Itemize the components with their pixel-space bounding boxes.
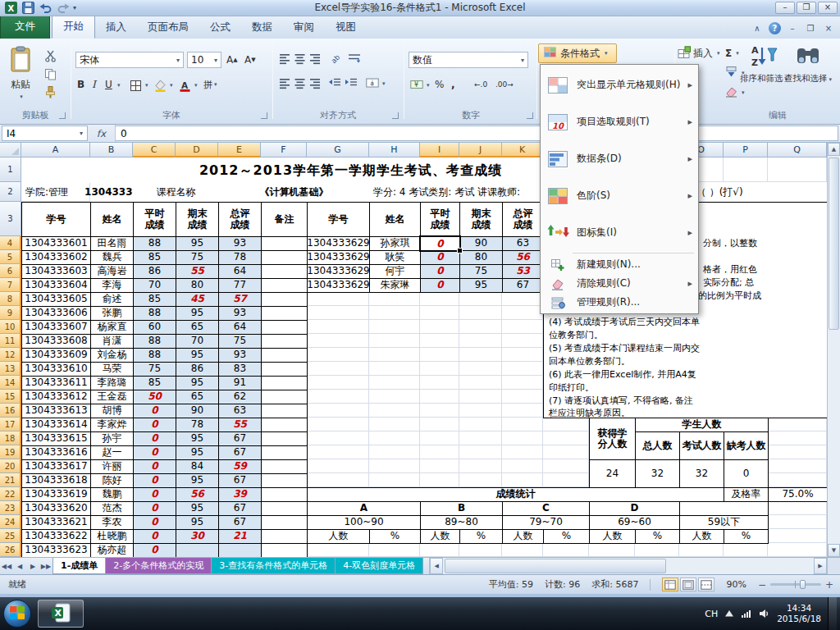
stats-value-0[interactable]: 24 — [589, 459, 636, 488]
close-button[interactable]: × — [818, 2, 838, 14]
orientation-icon[interactable]: ab — [328, 49, 341, 66]
cell-c5[interactable]: 85 — [133, 250, 176, 265]
workbook-restore-icon[interactable]: ❐ — [804, 24, 817, 33]
font-size-select[interactable]: 10▾ — [187, 52, 221, 68]
column-header-h[interactable]: H — [369, 143, 420, 158]
cell-d7[interactable]: 80 — [176, 278, 219, 293]
row-header-13[interactable]: 13 — [0, 362, 21, 376]
row-header-10[interactable]: 10 — [0, 320, 21, 334]
cell-b13[interactable]: 马荣 — [90, 362, 134, 377]
cell-a10[interactable]: 1304333607 — [21, 320, 91, 335]
pass-rate-value[interactable]: 75.0% — [768, 487, 828, 502]
font-name-select[interactable]: 宋体▾ — [75, 52, 184, 68]
increase-decimal-icon[interactable]: ←.0 — [474, 76, 487, 93]
grade-countpct-i[interactable]: 人数 — [420, 529, 460, 544]
find-select-button[interactable]: 查找和选择▾ — [786, 43, 830, 110]
scroll-up-icon[interactable]: ▲ — [828, 143, 840, 156]
cell-a4[interactable]: 1304333601 — [21, 236, 91, 251]
scroll-left-icon[interactable]: ◀ — [430, 558, 443, 574]
conditional-formatting-button[interactable]: 条件格式 ▾ — [538, 43, 617, 63]
cell-d15[interactable]: 65 — [176, 390, 219, 404]
cell-a6[interactable]: 1304333603 — [21, 264, 91, 279]
cell-d13[interactable]: 86 — [176, 362, 219, 377]
table2-header-i[interactable]: 平时 成绩 — [420, 202, 460, 237]
menu-item-icon-sets[interactable]: 图标集(I)▸ — [541, 214, 697, 251]
table1-header-d[interactable]: 期末 成绩 — [176, 202, 219, 237]
cell-b20[interactable]: 许丽 — [90, 459, 134, 474]
zoom-out-icon[interactable]: − — [758, 579, 766, 591]
stats-value-3[interactable]: 0 — [724, 459, 769, 488]
ribbon-tab-review[interactable]: 审阅 — [283, 16, 325, 39]
active-cell-i4[interactable]: 0 — [419, 235, 461, 252]
cell-f9[interactable] — [261, 306, 308, 321]
cell-a17[interactable]: 1304333614 — [21, 418, 91, 432]
grade-header-4[interactable] — [679, 501, 769, 516]
wrap-text-icon[interactable] — [348, 50, 361, 66]
cell-f21[interactable] — [261, 473, 308, 488]
cell-b16[interactable]: 胡博 — [90, 404, 134, 418]
row-header-3[interactable]: 3 — [0, 202, 21, 236]
grade-countpct-g[interactable]: 人数 — [307, 529, 370, 544]
show-desktop-button[interactable] — [828, 597, 837, 630]
row-header-25[interactable]: 25 — [0, 529, 21, 543]
cell-d18[interactable]: 95 — [176, 431, 219, 446]
row-header-19[interactable]: 19 — [0, 445, 21, 459]
cell-c19[interactable]: 0 — [133, 445, 176, 460]
cell-c10[interactable]: 60 — [133, 320, 176, 335]
column-header-d[interactable]: D — [176, 143, 218, 158]
cell-e9[interactable]: 93 — [218, 306, 262, 321]
cell-f26[interactable] — [261, 543, 308, 558]
column-header-f[interactable]: F — [261, 143, 307, 158]
cell-e2[interactable]: 《计算机基础》 — [218, 182, 370, 203]
align-center-icon[interactable] — [294, 75, 306, 91]
cell-e8[interactable]: 57 — [218, 292, 262, 307]
network-icon[interactable] — [741, 609, 752, 619]
cell-b6[interactable]: 高海岩 — [90, 264, 134, 279]
underline-icon[interactable]: U — [105, 76, 112, 93]
row-header-4[interactable]: 4 — [0, 236, 21, 250]
cell-a13[interactable]: 1304333610 — [21, 362, 91, 377]
bottom-align-icon[interactable] — [308, 50, 321, 66]
cell-a26[interactable]: 1304333623 — [21, 543, 91, 558]
row-header-15[interactable]: 15 — [0, 390, 21, 404]
cell-d17[interactable]: 78 — [176, 418, 219, 432]
cell-i6[interactable]: 0 — [420, 264, 460, 279]
row-header-17[interactable]: 17 — [0, 418, 21, 431]
number-dialog-launcher[interactable] — [527, 112, 533, 119]
table2-header-j[interactable]: 期末 成绩 — [459, 202, 503, 237]
cell-f25[interactable] — [261, 529, 308, 544]
ribbon-tab-view[interactable]: 视图 — [325, 16, 367, 39]
cell-f8[interactable] — [261, 292, 308, 307]
grade-header-0[interactable]: A — [307, 501, 421, 516]
ribbon-tab-insert[interactable]: 插入 — [95, 16, 137, 39]
ribbon-tab-file[interactable]: 文件 — [0, 15, 50, 39]
phonetic-guide-icon[interactable]: 拼▾ — [203, 76, 217, 93]
cell-f11[interactable] — [261, 334, 308, 349]
cell-b19[interactable]: 赵一 — [90, 445, 134, 460]
cell-j6[interactable]: 75 — [459, 264, 503, 279]
cell-e25[interactable]: 21 — [218, 529, 262, 544]
cell-c18[interactable]: 0 — [133, 431, 176, 446]
column-header-a[interactable]: A — [21, 143, 90, 158]
stats-col-header-2[interactable]: 缺考人数 — [724, 431, 769, 460]
zoom-in-icon[interactable]: + — [825, 579, 833, 591]
column-header-i[interactable]: I — [420, 143, 459, 158]
comma-style-icon[interactable]: , — [451, 76, 455, 93]
cell-c26[interactable]: 0 — [133, 543, 176, 558]
sort-filter-button[interactable]: AZ 排序和筛选▾ — [742, 43, 786, 110]
cell-b8[interactable]: 俞述 — [90, 292, 134, 307]
cell-b26[interactable]: 杨亦超 — [90, 543, 134, 558]
stats-group-header[interactable]: 学生人数 — [635, 418, 769, 432]
cell-k6[interactable]: 53 — [502, 264, 544, 279]
cell-d8[interactable]: 45 — [176, 292, 219, 307]
sheet-tab-sheet1[interactable]: 1-成绩单 — [52, 558, 106, 574]
workbook-minimize-icon[interactable]: – — [786, 24, 799, 33]
next-sheet-icon[interactable]: ▶ — [26, 558, 39, 574]
row-header-2[interactable]: 2 — [0, 182, 21, 202]
cell-h5[interactable]: 耿笑 — [369, 250, 421, 265]
alignment-dialog-launcher[interactable] — [392, 112, 399, 119]
save-icon[interactable] — [21, 2, 35, 15]
name-box[interactable]: I4▾ — [2, 126, 88, 141]
cell-b4[interactable]: 田名雨 — [90, 236, 134, 251]
pass-rate-label[interactable]: 及格率 — [724, 487, 769, 502]
